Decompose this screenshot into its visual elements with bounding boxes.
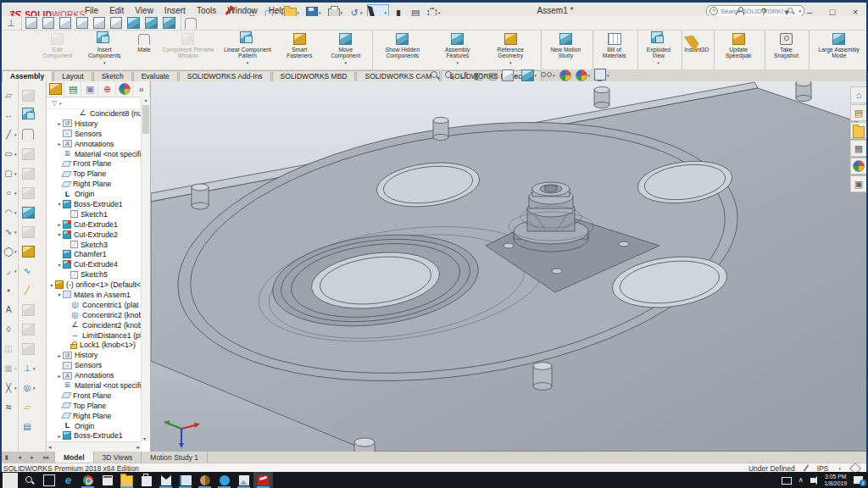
tree-item[interactable]: Chamfer1 — [47, 249, 142, 259]
spline-icon[interactable]: ∿▾ — [0, 222, 18, 241]
edit-component-icon[interactable] — [19, 86, 46, 105]
reference-geometry-button[interactable]: Reference Geometry ▾ — [483, 30, 538, 69]
tree-scroll-down-icon[interactable]: ▾ — [143, 435, 146, 441]
photos-app-icon[interactable] — [234, 472, 253, 488]
edit-appearance-icon[interactable] — [558, 69, 573, 82]
configurationmanager-tab-icon[interactable]: ▣ — [81, 81, 98, 97]
smart-fasteners-icon[interactable] — [19, 241, 46, 261]
menu-file[interactable]: File — [85, 6, 98, 15]
design-library-icon[interactable]: ▤ — [850, 104, 867, 121]
right-view-icon[interactable] — [74, 15, 91, 30]
top-view-icon[interactable] — [91, 15, 108, 30]
tree-vertical-scrollbar[interactable]: ▴ ▾ — [141, 97, 150, 441]
edit-sketch-icon[interactable]: ▱ — [19, 397, 46, 417]
mirror-entities-icon[interactable]: ◫ — [0, 339, 18, 358]
insert-components-button[interactable]: Insert Components ▾ — [79, 30, 130, 69]
graphics-viewport[interactable]: ⌂▤▦▣ — [151, 81, 868, 452]
tree-item[interactable]: LimitDistance1 (plate — [47, 330, 142, 341]
sketch-fillet-icon[interactable]: ◞▾ — [0, 261, 18, 280]
exploded-view-button[interactable]: Exploded View ▾ — [637, 30, 679, 69]
expander-icon[interactable]: ▸ — [56, 221, 63, 227]
units-caret-icon[interactable]: ▾ — [838, 466, 841, 471]
assembly-features-button[interactable]: Assembly Features ▾ — [432, 30, 483, 69]
tab-assembly[interactable]: Assembly — [2, 70, 53, 81]
arc-icon[interactable]: ◠▾ — [0, 202, 18, 222]
tree-item[interactable]: Front Plane — [47, 158, 142, 169]
plane-icon[interactable]: ◊ — [0, 319, 18, 339]
calculator-icon[interactable] — [97, 472, 117, 488]
move-component-button[interactable]: Move Component ▾ — [322, 30, 370, 69]
tab-scroll-end-icon[interactable]: ▸▸ — [43, 454, 49, 461]
mate-icon[interactable] — [19, 125, 46, 144]
filter-caret-icon[interactable]: ▾ — [59, 101, 62, 106]
update-speedpak-button[interactable]: Update Speedpak — [714, 30, 763, 69]
insert-components-icon[interactable] — [19, 105, 46, 125]
tree-item[interactable]: Front Plane — [47, 391, 142, 401]
tree-item[interactable]: ▾ Mates in Assem1 — [47, 290, 142, 300]
show-hidden-components-icon[interactable] — [19, 202, 46, 222]
tree-item[interactable]: Concentric2 (knob<1 — [47, 310, 142, 320]
notification-center-icon[interactable]: 1 — [854, 476, 863, 484]
tab-scroll-left-icon[interactable]: ◂ — [18, 454, 21, 461]
ellipse-icon[interactable]: ◯▾ — [0, 241, 18, 261]
zoom-area-icon[interactable] — [442, 69, 456, 81]
bill-of-materials-button[interactable]: Bill of Materials — [593, 30, 635, 69]
tree-item[interactable]: ▸ Annotations — [47, 370, 142, 380]
tree-item[interactable]: Right Plane — [47, 411, 142, 421]
instant3d-button[interactable]: Instant3D — [682, 30, 711, 69]
tree-item[interactable]: Concentric1 (plat — [47, 300, 142, 310]
interference-detection-icon[interactable]: ◎▾ — [19, 378, 46, 397]
hide-show-items-icon[interactable]: ▾ — [539, 69, 557, 81]
tree-item[interactable]: Sketch5 — [47, 269, 142, 280]
zoom-fit-icon[interactable] — [428, 69, 442, 81]
mate-button[interactable]: Mate — [130, 30, 159, 69]
featuremanager-tab-icon[interactable] — [47, 81, 64, 97]
network-icon[interactable] — [782, 477, 792, 485]
point-icon[interactable]: ▪ — [0, 280, 18, 300]
store-icon[interactable] — [136, 472, 156, 488]
view-palette-icon[interactable]: ▦ — [850, 140, 867, 157]
smart-dimension-icon[interactable]: ↔ — [0, 105, 18, 125]
tree-item[interactable]: ▾ (-) orifice<1> (Default<<Defa — [47, 280, 142, 290]
tab-layout[interactable]: Layout — [53, 70, 92, 81]
circular-component-pattern-icon[interactable] — [19, 339, 46, 358]
solidworks-taskbar-icon[interactable] — [253, 472, 273, 488]
expander-icon[interactable]: ▾ — [56, 201, 63, 207]
dimxpertmanager-tab-icon[interactable]: ⊕ — [98, 81, 115, 97]
tree-item[interactable]: ▾ Cut-Extrude2 — [47, 230, 142, 240]
task-view-icon[interactable] — [39, 472, 58, 488]
tab-scroll-controls[interactable]: ▮ ◂ ▸ ▸▸ — [0, 452, 55, 463]
edit-component-button[interactable]: Edit Component — [36, 30, 79, 69]
document-app-icon[interactable] — [175, 472, 195, 488]
rotate-component-icon[interactable] — [19, 164, 46, 183]
take-snapshot-button[interactable]: Take Snapshot — [765, 30, 806, 69]
tree-item[interactable]: Material <not specified> — [47, 380, 142, 391]
custom-properties-icon[interactable]: ▣ — [850, 175, 867, 192]
tree-item[interactable]: ▸ Annotations — [47, 139, 142, 149]
sketch-tool-icon[interactable]: ╱ — [19, 280, 46, 300]
tree-item[interactable]: Coincident2 (knob<1 — [47, 320, 142, 330]
tree-item[interactable]: Sketch1 — [47, 209, 142, 219]
previous-view-icon[interactable]: ↺ — [457, 69, 470, 81]
component-pattern-icon[interactable] — [19, 222, 46, 241]
view-orientation-icon[interactable]: ▾ — [500, 69, 519, 82]
skype-app-icon[interactable] — [214, 472, 234, 488]
text-icon[interactable]: A — [0, 300, 18, 319]
tree-item[interactable]: Top Plane — [47, 169, 142, 179]
file-explorer-taskbar-icon[interactable] — [117, 472, 136, 488]
expander-icon[interactable]: ▾ — [48, 282, 55, 288]
tree-horizontal-scrollbar[interactable]: ◂ ▸ — [47, 441, 142, 452]
trimetric-view-icon[interactable] — [142, 15, 160, 30]
file-explorer-icon[interactable] — [850, 122, 867, 139]
component-preview-window-button[interactable]: Component Preview Window — [159, 30, 218, 69]
tree-item[interactable]: ▸ History — [47, 350, 142, 360]
slot-icon[interactable]: ▢▾ — [0, 164, 18, 183]
expander-icon[interactable]: ▾ — [56, 231, 63, 237]
trim-entities-icon[interactable]: ╳▾ — [0, 378, 18, 397]
solidworks-resources-icon[interactable]: ⌂ — [850, 86, 867, 103]
model-tab[interactable]: Model — [55, 452, 94, 463]
change-transparency-icon[interactable] — [19, 183, 46, 202]
expander-icon[interactable]: ▸ — [56, 120, 63, 126]
apply-scene-icon[interactable]: ▾ — [574, 69, 593, 82]
tree-item[interactable]: Lock1 (knob<1>) — [47, 340, 142, 350]
